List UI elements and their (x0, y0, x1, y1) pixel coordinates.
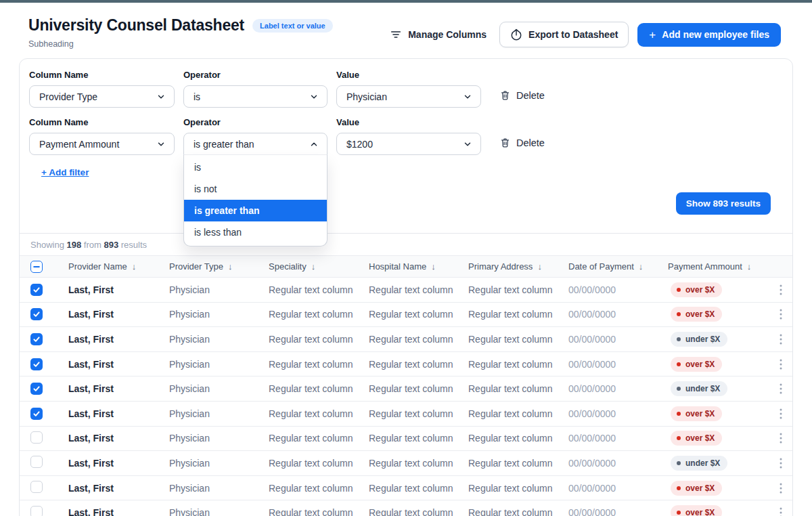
row-checkbox[interactable] (30, 383, 43, 395)
sort-descending-icon: ↓ (311, 261, 316, 272)
value-select-1[interactable]: Physician (336, 85, 481, 108)
kebab-menu-icon[interactable] (776, 406, 786, 421)
cell-provider-type: Physician (169, 334, 269, 345)
cell-speciality: Regular text column (269, 408, 369, 419)
cell-speciality: Regular text column (269, 458, 369, 469)
cell-date-of-payment: 00/00/0000 (568, 309, 668, 320)
cell-speciality: Regular text column (269, 507, 369, 516)
chevron-down-icon (156, 92, 166, 102)
column-name-select-1[interactable]: Provider Type (29, 85, 175, 108)
cell-speciality: Regular text column (269, 309, 369, 320)
table-row: Last, First Physician Regular text colum… (20, 427, 792, 452)
check-icon (32, 410, 41, 418)
kebab-menu-icon[interactable] (776, 381, 786, 396)
cell-primary-address: Regular text column (468, 309, 568, 320)
page-title: University Counsel Datasheet (28, 16, 244, 35)
operator-select-1[interactable]: is (183, 85, 328, 108)
column-header[interactable]: Speciality↓ (269, 261, 369, 272)
row-checkbox[interactable] (30, 308, 43, 320)
kebab-menu-icon[interactable] (776, 357, 786, 372)
kebab-menu-icon[interactable] (776, 481, 786, 496)
cell-date-of-payment: 00/00/0000 (568, 433, 668, 444)
badge-dot-icon (677, 486, 681, 490)
cell-date-of-payment: 00/00/0000 (568, 507, 668, 516)
column-header[interactable]: Primary Address↓ (468, 261, 568, 272)
table-row: Last, First Physician Regular text colum… (20, 500, 792, 516)
kebab-menu-icon[interactable] (776, 456, 786, 471)
cell-primary-address: Regular text column (468, 408, 568, 419)
column-header[interactable]: Payment Ammount↓ (668, 261, 769, 272)
payment-badge: over $X (671, 406, 722, 421)
dropdown-option[interactable]: is greater than (184, 200, 327, 221)
cell-primary-address: Regular text column (468, 433, 568, 444)
badge-dot-icon (677, 337, 681, 341)
delete-filter-button-1[interactable]: Delete (499, 84, 783, 106)
column-header[interactable]: Provider Name↓ (68, 261, 169, 272)
payment-badge: under $X (671, 456, 727, 471)
cell-date-of-payment: 00/00/0000 (568, 483, 668, 494)
cell-provider-type: Physician (169, 359, 269, 370)
column-name-select-2[interactable]: Payment Ammount (29, 133, 175, 155)
cell-speciality: Regular text column (269, 433, 369, 444)
dropdown-option[interactable]: is not (184, 178, 327, 200)
value-select-2[interactable]: $1200 (336, 133, 481, 155)
row-checkbox[interactable] (30, 431, 43, 444)
column-header[interactable]: Hospital Name↓ (369, 261, 468, 272)
column-header[interactable]: Date of Payment↓ (568, 261, 668, 272)
cell-hospital-name: Regular text column (369, 284, 468, 295)
cell-primary-address: Regular text column (468, 359, 568, 370)
row-checkbox[interactable] (30, 408, 43, 420)
sort-descending-icon: ↓ (639, 261, 644, 272)
row-checkbox[interactable] (30, 456, 43, 468)
kebab-menu-icon[interactable] (776, 282, 786, 297)
add-new-employee-button[interactable]: + Add new employee files (637, 23, 781, 47)
cell-primary-address: Regular text column (468, 334, 568, 345)
cell-provider-type: Physician (169, 383, 269, 394)
badge-dot-icon (677, 412, 681, 416)
kebab-menu-icon[interactable] (776, 332, 786, 347)
check-icon (32, 360, 41, 368)
check-icon (32, 385, 41, 393)
check-icon (32, 310, 41, 318)
manage-columns-button[interactable]: Manage Columns (386, 23, 491, 46)
kebab-menu-icon[interactable] (776, 505, 786, 516)
column-header[interactable]: Provider Type↓ (169, 261, 269, 272)
export-icon (510, 28, 522, 41)
title-block: University Counsel Datasheet Label text … (28, 16, 333, 49)
table-row: Last, First Physician Regular text colum… (20, 352, 792, 377)
cell-provider-name: Last, First (68, 507, 169, 516)
export-button[interactable]: Export to Datasheet (499, 22, 629, 47)
row-checkbox[interactable] (30, 358, 43, 370)
row-checkbox[interactable] (30, 506, 43, 516)
cell-primary-address: Regular text column (468, 383, 568, 394)
row-checkbox[interactable] (30, 284, 43, 296)
dropdown-option[interactable]: is (184, 156, 327, 178)
show-results-button[interactable]: Show 893 results (676, 192, 771, 215)
payment-badge: under $X (671, 332, 727, 347)
cell-provider-name: Last, First (68, 334, 169, 345)
row-checkbox[interactable] (30, 333, 43, 345)
payment-badge: over $X (671, 357, 722, 372)
app-header: University Counsel Datasheet Label text … (0, 3, 812, 58)
add-filter-link[interactable]: + Add filter (41, 167, 89, 177)
shown-count: 198 (67, 240, 82, 250)
cell-date-of-payment: 00/00/0000 (568, 284, 668, 295)
badge-dot-icon (677, 288, 681, 292)
chevron-down-icon (463, 92, 472, 102)
operator-select-2-open[interactable]: is greater than isis notis greater thani… (183, 133, 328, 155)
subheading: Subheading (28, 39, 333, 49)
table-row: Last, First Physician Regular text colum… (20, 402, 792, 427)
cell-provider-type: Physician (169, 458, 269, 469)
row-checkbox[interactable] (30, 481, 43, 493)
kebab-menu-icon[interactable] (776, 431, 786, 446)
dropdown-option[interactable]: is less than (184, 221, 327, 243)
kebab-menu-icon[interactable] (776, 307, 786, 322)
filter-row-1: Column Name Provider Type Operator is Va… (29, 70, 783, 108)
minus-icon (32, 263, 41, 271)
check-icon (32, 335, 41, 343)
select-all-checkbox[interactable] (30, 261, 43, 273)
delete-filter-button-2[interactable]: Delete (499, 131, 783, 154)
chevron-down-icon (463, 139, 472, 149)
badge-dot-icon (677, 312, 681, 316)
badge-dot-icon (677, 362, 681, 366)
